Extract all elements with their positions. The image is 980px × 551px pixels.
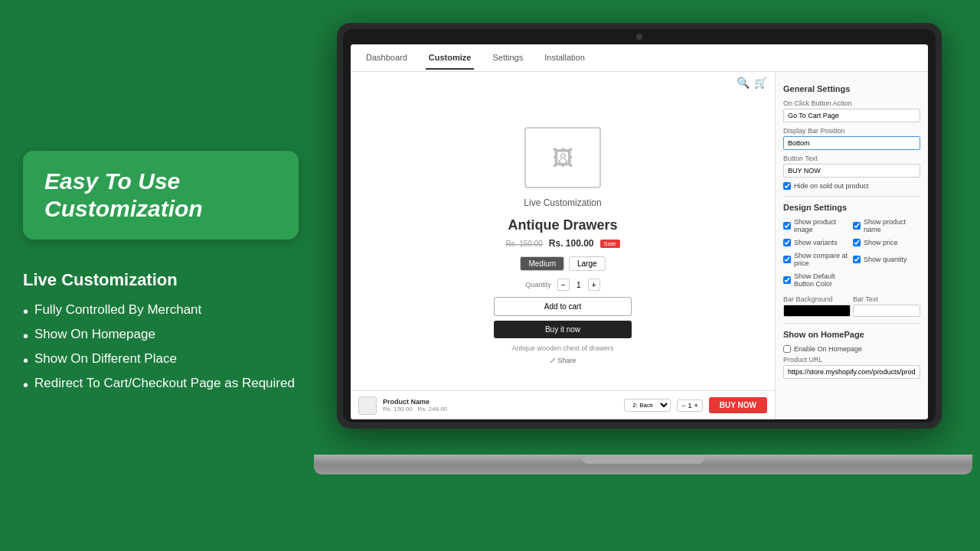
design-settings-title: Design Settings xyxy=(783,203,920,212)
show-compare-price-row: Show compare at price xyxy=(783,252,851,267)
show-product-image-row: Show product image xyxy=(783,218,851,233)
show-variants-checkbox[interactable] xyxy=(783,239,791,246)
laptop-bezel: Dashboard Customize Settings Installatio… xyxy=(343,29,936,422)
homepage-title: Show on HomePage xyxy=(783,330,920,339)
qty-label: Quantity xyxy=(525,281,551,289)
quantity-row: Quantity − 1 + xyxy=(525,279,600,291)
main-area: 🔍 🛒 🖼 Live Customization Antique Drawers xyxy=(351,72,928,419)
product-image: 🖼 xyxy=(524,127,601,188)
qty-decrease[interactable]: − xyxy=(557,279,570,291)
laptop-shell: Dashboard Customize Settings Installatio… xyxy=(314,23,972,490)
buy-now-button[interactable]: Buy it now xyxy=(494,321,632,338)
headline-box: Easy To Use Customization xyxy=(23,151,299,240)
sticky-product-name: Product Name xyxy=(383,398,618,406)
qty-controls: − 1 + xyxy=(557,279,600,291)
sticky-qty-decrease[interactable]: − xyxy=(681,402,685,409)
laptop-screen-outer: Dashboard Customize Settings Installatio… xyxy=(337,23,942,429)
bar-text-label: Bar Text xyxy=(853,295,920,303)
button-text-row: Button Text xyxy=(783,155,920,178)
features-list: Fully Controlled By Merchant Show On Hom… xyxy=(23,302,299,394)
sale-badge: Sale xyxy=(600,240,620,248)
show-quantity-checkbox[interactable] xyxy=(853,256,861,263)
size-large[interactable]: Large xyxy=(569,256,606,271)
product-url-input[interactable] xyxy=(783,365,920,379)
show-default-button-label: Show Default Button Color xyxy=(794,272,851,288)
qty-increase[interactable]: + xyxy=(588,279,600,291)
show-variants-label: Show variants xyxy=(794,239,838,246)
share-row[interactable]: ⤢ Share xyxy=(550,357,577,364)
show-compare-price-label: Show compare at price xyxy=(794,252,851,267)
display-position-label: Display Bar Position xyxy=(783,127,920,135)
back-select[interactable]: 2: Back xyxy=(624,399,671,412)
list-item: Show On Different Place xyxy=(23,351,299,370)
on-click-input[interactable] xyxy=(783,109,920,122)
tab-customize[interactable]: Customize xyxy=(426,47,475,70)
settings-panel: General Settings On Click Button Action … xyxy=(775,72,928,419)
show-price-label: Show price xyxy=(864,239,898,246)
show-product-name-row: Show product name xyxy=(853,218,920,233)
sticky-price-original: Rs. 150.00 xyxy=(383,406,413,412)
image-placeholder-icon: 🖼 xyxy=(552,145,573,171)
design-checkboxes: Show product image Show product name Sho… xyxy=(783,218,920,291)
laptop-base-notch xyxy=(582,455,704,464)
enable-homepage-label: Enable On Homepage xyxy=(794,345,862,353)
product-url-row: Product URL xyxy=(783,356,920,379)
laptop-container: Dashboard Customize Settings Installatio… xyxy=(314,23,980,536)
hide-sold-out-row: Hide on sold out product xyxy=(783,182,920,190)
sticky-buy-button[interactable]: BUY NOW xyxy=(709,397,767,413)
show-product-image-label: Show product image xyxy=(794,218,851,233)
features-section: Live Customization Fully Controlled By M… xyxy=(23,270,299,400)
size-medium[interactable]: Medium xyxy=(520,256,564,271)
bar-background-section: Bar Background xyxy=(783,295,851,317)
show-compare-price-checkbox[interactable] xyxy=(783,256,791,263)
size-options: Medium Large xyxy=(520,256,605,271)
enable-homepage-row: Enable On Homepage xyxy=(783,345,920,353)
on-click-row: On Click Button Action xyxy=(783,99,920,122)
divider-1 xyxy=(783,196,920,197)
tab-dashboard[interactable]: Dashboard xyxy=(363,47,410,70)
show-product-name-label: Show product name xyxy=(864,218,920,233)
bar-background-label: Bar Background xyxy=(783,295,851,303)
tab-installation[interactable]: Installation xyxy=(541,47,588,70)
features-title: Live Customization xyxy=(23,270,299,290)
enable-homepage-checkbox[interactable] xyxy=(783,345,791,353)
price-original: Rs. 150.00 xyxy=(505,240,542,248)
search-icon[interactable]: 🔍 xyxy=(737,77,750,89)
sticky-bar: Product Name Rs. 150.00 Rs. 248.00 xyxy=(351,390,775,419)
button-text-label: Button Text xyxy=(783,155,920,162)
tab-settings[interactable]: Settings xyxy=(489,47,526,70)
button-text-input[interactable] xyxy=(783,164,920,178)
show-price-row: Show price xyxy=(853,239,920,246)
show-default-button-checkbox[interactable] xyxy=(783,276,791,284)
preview-top-bar: 🔍 🛒 xyxy=(729,72,775,93)
product-description: Antique wooden chest of drawers xyxy=(511,344,613,352)
display-position-row: Display Bar Position xyxy=(783,127,920,150)
laptop-base xyxy=(314,455,972,474)
list-item: Show On Homepage xyxy=(23,327,299,345)
show-variants-row: Show variants xyxy=(783,239,851,246)
show-quantity-row: Show quantity xyxy=(853,252,920,267)
bar-text-swatch[interactable] xyxy=(853,305,920,317)
product-url-label: Product URL xyxy=(783,356,920,364)
sticky-price-current: Rs. 248.00 xyxy=(417,406,447,412)
cart-icon[interactable]: 🛒 xyxy=(754,77,767,89)
sticky-qty-value: 1 xyxy=(688,402,692,409)
hide-sold-out-label: Hide on sold out product xyxy=(794,182,869,190)
bar-background-swatch[interactable] xyxy=(783,305,851,317)
general-settings-title: General Settings xyxy=(783,84,920,93)
sticky-qty-increase[interactable]: + xyxy=(694,402,698,409)
show-product-image-checkbox[interactable] xyxy=(783,222,791,230)
show-product-name-checkbox[interactable] xyxy=(853,222,861,230)
add-to-cart-button[interactable]: Add to cart xyxy=(494,297,632,316)
color-swatches: Bar Background Bar Text xyxy=(783,295,920,317)
live-label: Live Customization xyxy=(524,197,601,208)
qty-value: 1 xyxy=(573,281,585,289)
display-position-input[interactable] xyxy=(783,136,920,150)
show-price-checkbox[interactable] xyxy=(853,239,861,246)
hide-sold-out-checkbox[interactable] xyxy=(783,182,791,190)
product-name: Antique Drawers xyxy=(508,217,617,233)
preview-area: 🔍 🛒 🖼 Live Customization Antique Drawers xyxy=(351,72,775,419)
sticky-qty: − 1 + xyxy=(677,399,703,412)
ui-container: Dashboard Customize Settings Installatio… xyxy=(351,44,928,419)
divider-2 xyxy=(783,323,920,324)
